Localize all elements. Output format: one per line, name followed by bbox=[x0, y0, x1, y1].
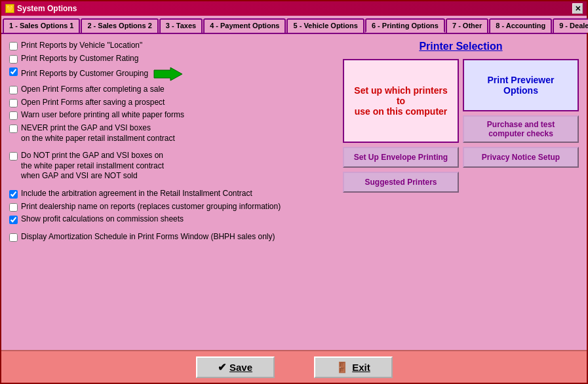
system-options-window: 💛 System Options ✕ 1 - Sales Options 1 2… bbox=[0, 0, 588, 384]
exit-label: Exit bbox=[352, 362, 370, 373]
checkbox-label-4: Open Print Forms after completing a sale bbox=[21, 85, 165, 95]
title-bar: 💛 System Options ✕ bbox=[1, 1, 587, 16]
tab-accounting[interactable]: 8 - Accounting bbox=[489, 18, 552, 33]
printer-selection-title: Printer Selection bbox=[343, 41, 579, 52]
checkbox-1[interactable] bbox=[9, 42, 18, 50]
print-previewer-text: Print Previewer Options bbox=[469, 75, 572, 96]
printer-setup-box: Set up which printers to use on this com… bbox=[343, 59, 459, 143]
right-panel: Printer Selection Set up which printers … bbox=[343, 41, 579, 343]
checkbox-label-9: Include the arbitration agreement in the… bbox=[21, 189, 252, 199]
content-area: Print Reports by Vehicle "Location" Prin… bbox=[1, 34, 587, 350]
checkbox-label-10: Print dealership name on reports (replac… bbox=[21, 202, 281, 212]
footer: ✔ Save 🚪 Exit bbox=[1, 350, 587, 383]
checkbox-8[interactable] bbox=[9, 152, 18, 161]
checkbox-3[interactable] bbox=[9, 67, 18, 76]
purchase-checks-button[interactable]: Purchase and test computer checks bbox=[463, 115, 579, 143]
checkbox-row-9: Include the arbitration agreement in the… bbox=[9, 189, 335, 199]
checkbox-row-5: Open Print Forms after saving a prospect bbox=[9, 98, 335, 108]
tab-sales-options-1[interactable]: 1 - Sales Options 1 bbox=[3, 18, 80, 33]
checkbox-10[interactable] bbox=[9, 203, 18, 212]
checkbox-label-7: NEVER print the GAP and VSI boxeson the … bbox=[21, 123, 175, 144]
checkbox-label-1: Print Reports by Vehicle "Location" bbox=[21, 41, 142, 51]
checkbox-row-1: Print Reports by Vehicle "Location" bbox=[9, 41, 335, 51]
checkbox-row-6: Warn user before printing all white pape… bbox=[9, 110, 335, 121]
save-icon: ✔ bbox=[218, 361, 226, 374]
checkbox-label-12: Display Amortization Schedule in Print F… bbox=[21, 232, 275, 242]
checkbox-row-7: NEVER print the GAP and VSI boxeson the … bbox=[9, 123, 335, 144]
tab-other[interactable]: 7 - Other bbox=[446, 18, 488, 33]
privacy-notice-button[interactable]: Privacy Notice Setup bbox=[463, 147, 579, 168]
checkbox-row-10: Print dealership name on reports (replac… bbox=[9, 202, 335, 212]
checkbox-row-4: Open Print Forms after completing a sale bbox=[9, 85, 335, 95]
checkbox-4[interactable] bbox=[9, 86, 18, 94]
printer-setup-text: Set up which printers to use on this com… bbox=[349, 85, 452, 117]
checkbox-11[interactable] bbox=[9, 216, 18, 224]
checkbox-label-5: Open Print Forms after saving a prospect bbox=[21, 98, 165, 108]
checkbox-row-8: Do NOT print the GAP and VSI boxes onthe… bbox=[9, 151, 335, 182]
checkbox-12[interactable] bbox=[9, 233, 18, 242]
exit-icon: 🚪 bbox=[336, 361, 349, 374]
window-title: System Options bbox=[17, 4, 77, 13]
checkbox-6[interactable] bbox=[9, 111, 18, 120]
exit-button[interactable]: 🚪 Exit bbox=[314, 356, 393, 378]
tab-vehicle-options[interactable]: 5 - Vehicle Options bbox=[286, 18, 364, 33]
checkbox-row-11: Show profit calculations on commission s… bbox=[9, 214, 335, 225]
left-panel: Print Reports by Vehicle "Location" Prin… bbox=[9, 41, 335, 343]
green-arrow-icon bbox=[151, 66, 184, 82]
checkbox-9[interactable] bbox=[9, 190, 18, 199]
checkbox-7[interactable] bbox=[9, 125, 18, 133]
main-row: Print Reports by Vehicle "Location" Prin… bbox=[9, 41, 579, 343]
checkbox-label-8: Do NOT print the GAP and VSI boxes onthe… bbox=[21, 151, 164, 182]
checkbox-label-3: Print Reports by Customer Grouping bbox=[21, 69, 148, 79]
checkbox-row-3: Print Reports by Customer Grouping bbox=[9, 66, 335, 82]
svg-marker-0 bbox=[154, 67, 182, 81]
suggested-printers-button[interactable]: Suggested Printers bbox=[343, 172, 459, 193]
checkbox-2[interactable] bbox=[9, 55, 18, 64]
checkbox-label-2: Print Reports by Customer Rating bbox=[21, 54, 138, 64]
envelope-printing-button[interactable]: Set Up Envelope Printing bbox=[343, 147, 459, 168]
tab-dealership-info[interactable]: 9 - Dealership Information bbox=[553, 18, 588, 33]
print-previewer-box: Print Previewer Options bbox=[463, 59, 579, 111]
tab-sales-options-2[interactable]: 2 - Sales Options 2 bbox=[81, 18, 158, 33]
panels-grid: Set up which printers to use on this com… bbox=[343, 59, 579, 193]
tab-payment-options[interactable]: 4 - Payment Options bbox=[203, 18, 286, 33]
tab-printing-options[interactable]: 6 - Printing Options bbox=[365, 18, 445, 33]
checkbox-row-2: Print Reports by Customer Rating bbox=[9, 54, 335, 64]
checkbox-label-11: Show profit calculations on commission s… bbox=[21, 214, 184, 225]
checkbox-5[interactable] bbox=[9, 99, 18, 107]
checkbox-row-12: Display Amortization Schedule in Print F… bbox=[9, 232, 335, 242]
tab-taxes[interactable]: 3 - Taxes bbox=[159, 18, 203, 33]
title-bar-left: 💛 System Options bbox=[5, 4, 77, 13]
arrow-container: Print Reports by Customer Grouping bbox=[21, 66, 184, 82]
app-icon: 💛 bbox=[5, 4, 14, 13]
save-button[interactable]: ✔ Save bbox=[196, 356, 275, 378]
save-label: Save bbox=[229, 362, 252, 373]
tabs-bar: 1 - Sales Options 1 2 - Sales Options 2 … bbox=[1, 16, 587, 34]
checkbox-label-6: Warn user before printing all white pape… bbox=[21, 110, 184, 121]
close-button[interactable]: ✕ bbox=[572, 3, 583, 14]
